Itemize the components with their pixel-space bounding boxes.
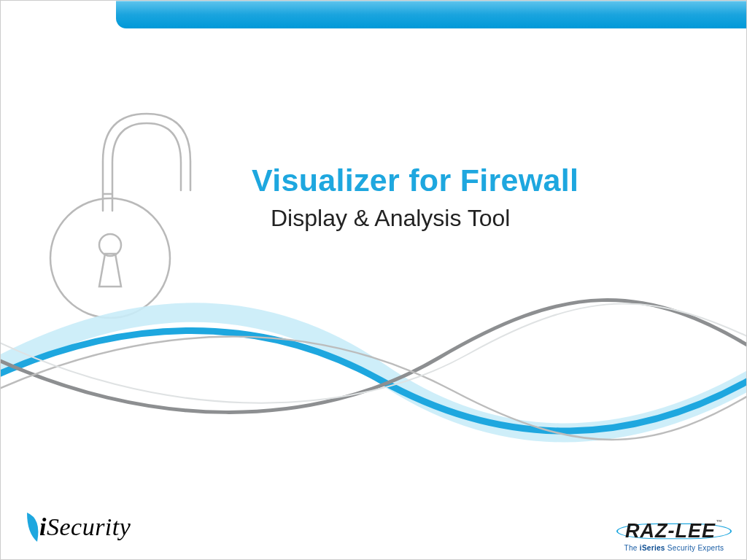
slide-title: Visualizer for Firewall — [252, 163, 578, 198]
slide-subtitle: Display & Analysis Tool — [271, 205, 510, 232]
header-accent-bar — [116, 1, 746, 28]
razlee-name: RAZ-LEE™ — [625, 520, 723, 542]
razlee-logo: RAZ-LEE™ The iSeries Security Experts — [616, 517, 732, 552]
decorative-waves — [1, 285, 747, 475]
svg-point-2 — [99, 234, 121, 256]
isecurity-logo-text: iSecurity — [39, 513, 131, 541]
razlee-logo-badge: RAZ-LEE™ — [616, 517, 732, 545]
isecurity-logo: iSecurity — [23, 511, 131, 543]
